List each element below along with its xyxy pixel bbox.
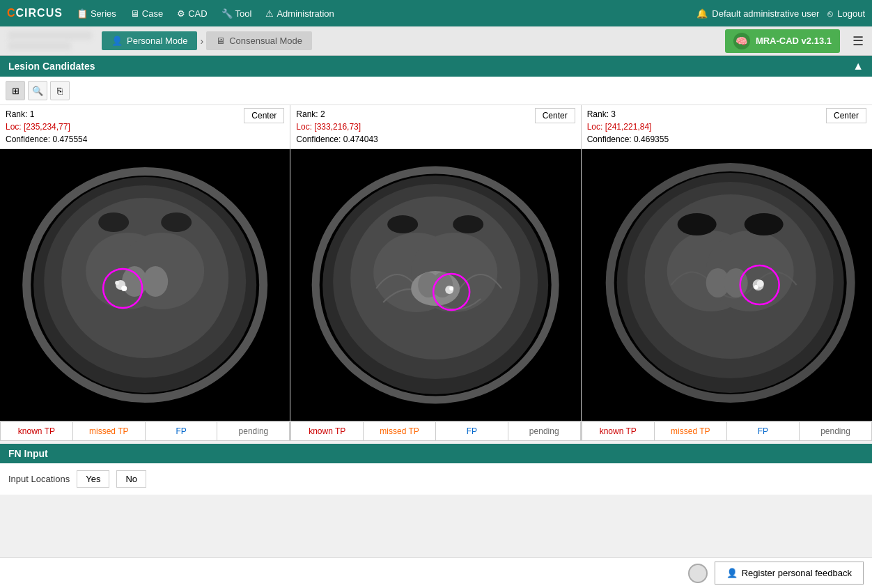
candidate-3: Rank: 3 Loc: [241,221,84] Confidence: 0.…	[582, 105, 872, 441]
candidate-3-missed-tp[interactable]: missed TP	[655, 421, 727, 441]
cad-logo-icon: 🧠	[733, 33, 750, 49]
nav-case[interactable]: 🖥 Case	[125, 6, 169, 22]
candidate-2-rank: Rank: 2	[296, 108, 377, 121]
svg-point-9	[121, 286, 127, 291]
personal-mode-icon: 👤	[111, 36, 123, 46]
collapse-button[interactable]: ▲	[852, 60, 864, 72]
register-feedback-button[interactable]: 👤 Register personal feedback	[715, 562, 864, 585]
personal-mode-button[interactable]: 👤 Personal Mode	[102, 31, 197, 50]
input-locations-label: Input Locations	[8, 474, 70, 484]
grid-view-button[interactable]: ⊞	[6, 81, 25, 100]
mode-bar: 👤 Personal Mode › 🖥 Consensual Mode 🧠 MR…	[0, 26, 872, 56]
consensual-mode-button[interactable]: 🖥 Consensual Mode	[206, 31, 312, 50]
top-navbar: CCIRCUS 📋 Series 🖥 Case ⚙ CAD 🔧 Tool ⚠ A…	[0, 0, 872, 26]
candidate-2-actions: known TP missed TP FP pending	[290, 421, 580, 441]
candidate-1-missed-tp[interactable]: missed TP	[73, 421, 146, 441]
candidate-3-known-tp[interactable]: known TP	[582, 421, 655, 441]
svg-point-28	[453, 215, 483, 233]
logout-btn[interactable]: ⎋ Logout	[827, 8, 865, 19]
nav-cad[interactable]: ⚙ CAD	[171, 6, 212, 22]
tool-icon: 🔧	[221, 8, 233, 19]
candidate-1-loc: Loc: [235,234,77]	[6, 121, 87, 133]
candidate-3-pending[interactable]: pending	[800, 421, 872, 441]
candidate-3-rank: Rank: 3	[587, 108, 669, 121]
candidate-3-actions: known TP missed TP FP pending	[582, 421, 872, 441]
svg-point-10	[115, 281, 119, 285]
mode-arrow: ›	[200, 36, 203, 47]
bell-icon: 🔔	[696, 8, 708, 19]
logout-icon: ⎋	[827, 8, 833, 19]
svg-point-25	[449, 286, 453, 291]
candidate-1-center-button[interactable]: Center	[244, 108, 284, 123]
candidate-1-actions: known TP missed TP FP pending	[0, 421, 290, 441]
candidates-grid: Rank: 1 Loc: [235,234,77] Confidence: 0.…	[0, 105, 872, 441]
cad-icon: ⚙	[177, 8, 185, 19]
candidate-2-known-tp[interactable]: known TP	[290, 421, 364, 441]
candidate-1-fp[interactable]: FP	[146, 421, 218, 441]
candidate-3-center-button[interactable]: Center	[826, 108, 866, 123]
copy-button[interactable]: ⎘	[50, 81, 70, 100]
svg-point-27	[387, 215, 418, 233]
search-icon: 🔍	[32, 86, 43, 96]
copy-icon: ⎘	[57, 86, 63, 96]
series-icon: 📋	[77, 8, 88, 19]
fn-input-title: FN Input	[8, 448, 48, 459]
candidate-1-info: Rank: 1 Loc: [235,234,77] Confidence: 0.…	[0, 105, 290, 149]
candidate-2: Rank: 2 Loc: [333,216,73] Confidence: 0.…	[290, 105, 581, 441]
candidate-3-fp[interactable]: FP	[727, 421, 800, 441]
svg-point-41	[677, 213, 716, 235]
svg-point-42	[744, 213, 783, 235]
lesion-candidates-header: Lesion Candidates ▲	[0, 56, 872, 77]
lesion-candidates-section: Lesion Candidates ▲ ⊞ 🔍 ⎘ Rank: 1 Loc: […	[0, 56, 872, 441]
fn-input-section: FN Input Input Locations Yes No	[0, 444, 872, 495]
brand-logo: CCIRCUS	[7, 7, 63, 20]
candidate-2-missed-tp[interactable]: missed TP	[364, 421, 436, 441]
search-button[interactable]: 🔍	[28, 81, 47, 100]
patient-info-1	[8, 31, 92, 40]
patient-info-2	[8, 42, 71, 50]
cad-badge: 🧠 MRA-CAD v2.13.1	[725, 29, 840, 53]
fn-input-content: Input Locations Yes No	[0, 463, 872, 495]
candidate-2-confidence: Confidence: 0.474043	[296, 133, 377, 146]
candidate-2-mri	[290, 149, 580, 421]
consensual-mode-icon: 🖥	[216, 36, 225, 46]
candidate-2-center-button[interactable]: Center	[535, 108, 575, 123]
notification-area[interactable]: 🔔 Default administrative user	[696, 8, 819, 19]
case-icon: 🖥	[130, 8, 139, 19]
candidate-1-mri	[0, 149, 290, 421]
candidate-3-confidence: Confidence: 0.469355	[587, 133, 669, 146]
fn-yes-button[interactable]: Yes	[77, 470, 109, 488]
lesion-candidates-title: Lesion Candidates	[8, 61, 95, 72]
candidate-3-loc: Loc: [241,221,84]	[587, 121, 669, 133]
candidate-2-pending[interactable]: pending	[508, 421, 581, 441]
svg-point-40	[754, 285, 758, 289]
fn-no-button[interactable]: No	[116, 470, 146, 488]
candidate-2-info: Rank: 2 Loc: [333,216,73] Confidence: 0.…	[290, 105, 580, 149]
lesion-toolbar: ⊞ 🔍 ⎘	[0, 77, 872, 105]
candidate-1-pending[interactable]: pending	[217, 421, 290, 441]
svg-point-13	[161, 212, 192, 232]
candidate-2-loc: Loc: [333,216,73]	[296, 121, 377, 133]
svg-point-7	[143, 266, 168, 297]
candidate-1-known-tp[interactable]: known TP	[0, 421, 73, 441]
fn-input-header: FN Input	[0, 444, 872, 463]
candidate-3-mri	[582, 149, 872, 421]
candidate-1-confidence: Confidence: 0.475554	[6, 133, 87, 146]
nav-tool[interactable]: 🔧 Tool	[216, 6, 258, 22]
admin-icon: ⚠	[265, 8, 274, 19]
candidate-1-rank: Rank: 1	[6, 108, 87, 121]
bottom-bar: 👤 Register personal feedback	[0, 557, 872, 588]
hamburger-menu[interactable]: ☰	[852, 33, 864, 49]
candidate-2-fp[interactable]: FP	[436, 421, 508, 441]
nav-series[interactable]: 📋 Series	[71, 6, 122, 22]
nav-administration[interactable]: ⚠ Administration	[260, 6, 339, 22]
candidate-1: Rank: 1 Loc: [235,234,77] Confidence: 0.…	[0, 105, 290, 441]
radio-button[interactable]	[688, 564, 708, 583]
candidate-3-info: Rank: 3 Loc: [241,221,84] Confidence: 0.…	[582, 105, 872, 149]
svg-point-12	[98, 212, 129, 232]
grid-icon: ⊞	[12, 86, 20, 96]
register-icon: 👤	[726, 568, 738, 578]
